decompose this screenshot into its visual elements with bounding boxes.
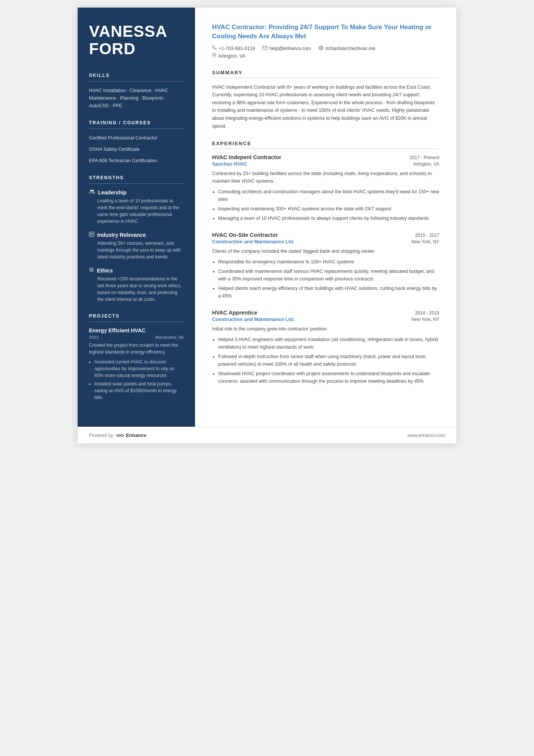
- resume-body: VANESSA FORD SKILLS HVAC Installation · …: [78, 8, 456, 427]
- project-0-year: 2022: [89, 335, 99, 340]
- strengths-section: STRENGTHS Leadership: [89, 175, 184, 303]
- resume-wrapper: VANESSA FORD SKILLS HVAC Installation · …: [78, 8, 456, 443]
- strength-leadership-desc: Leading a team of 10 professionals to me…: [89, 197, 184, 225]
- job-1-bullets: Responsible for emergency maintenance fo…: [212, 258, 439, 300]
- job-2-company-row: Construction and Maintenance Ltd. New Yo…: [212, 316, 439, 322]
- job-2-desc: Initial role in the company grew into co…: [212, 325, 439, 333]
- location-text: Arlington, VA: [218, 53, 245, 59]
- projects-title: PROJECTS: [89, 313, 184, 319]
- contact-row-1: +1-703-681-0119 help@enhancv.com: [212, 45, 439, 52]
- skills-divider: [89, 81, 184, 81]
- job-1-title: HVAC On-Site Contractor: [212, 232, 278, 238]
- job-2-company: Construction and Maintenance Ltd.: [212, 316, 294, 322]
- job-0-company-row: Sanchez HVAC Arlington, VA: [212, 161, 439, 167]
- job-0-bullet-1: Inspecting and maintaining 300+ HVAC sys…: [218, 205, 439, 213]
- strengths-divider: [89, 183, 184, 184]
- website-text: richardsanchezhvac.me: [325, 46, 375, 51]
- summary-section: SUMMARY HVAC Independent Contractor with…: [212, 70, 439, 130]
- strength-industry-desc: Attending 50+ courses, seminars, and tra…: [89, 240, 184, 260]
- job-0-bullet-2: Managing a team of 10 HVAC professionals…: [218, 214, 439, 222]
- strength-industry: Industry Relevance Attending 50+ courses…: [89, 232, 184, 260]
- strength-ethics-desc: Received +200 recommendations in the las…: [89, 275, 184, 303]
- main-content: HVAC Contractor: Providing 24/7 Support …: [195, 8, 456, 427]
- projects-section: PROJECTS Energy Efficient HVAC 2022 Alex…: [89, 313, 184, 401]
- job-1-bullet-1: Coordinated with maintenance staff vario…: [218, 268, 439, 283]
- footer-website: www.enhancv.com: [408, 433, 445, 438]
- powered-by-text: Powered by: [89, 433, 113, 438]
- strength-leadership-header: Leadership: [89, 189, 184, 196]
- job-2-bullet-2: Shadowed HVAC project coordinator with p…: [218, 370, 439, 385]
- training-title: TRAINING / COURSES: [89, 120, 184, 125]
- job-1-header: HVAC On-Site Contractor 2015 - 2017: [212, 232, 439, 238]
- experience-title: EXPERIENCE: [212, 141, 439, 146]
- job-1-company-row: Construction and Maintenance Ltd. New Yo…: [212, 239, 439, 244]
- strength-leadership-title: Leadership: [98, 189, 126, 196]
- contact-website: richardsanchezhvac.me: [319, 45, 375, 52]
- project-0-name: Energy Efficient HVAC: [89, 327, 184, 333]
- skills-title: SKILLS: [89, 73, 184, 78]
- project-0-desc: Created the project from scratch to meet…: [89, 342, 184, 355]
- brand-name: Enhancv: [126, 432, 146, 438]
- job-1-bullet-2: Helped clients reach energy efficiency o…: [218, 285, 439, 300]
- job-2-dates: 2014 - 2015: [415, 310, 439, 316]
- main-title: HVAC Contractor: Providing 24/7 Support …: [212, 23, 439, 41]
- training-divider: [89, 128, 184, 129]
- job-1-desc: Clients of the company included the stat…: [212, 247, 439, 255]
- website-icon: [319, 45, 323, 52]
- phone-text: +1-703-681-0119: [219, 46, 255, 51]
- training-items: Certified Professional Contractor OSHA S…: [89, 134, 184, 164]
- contact-email: help@enhancv.com: [262, 45, 311, 52]
- svg-point-1: [92, 190, 94, 192]
- summary-divider: [212, 78, 439, 78]
- job-1-bullet-0: Responsible for emergency maintenance fo…: [218, 258, 439, 266]
- job-0: HVAC Indepent Contractor 2017 - Present …: [212, 154, 439, 222]
- email-text: help@enhancv.com: [269, 46, 311, 51]
- job-1: HVAC On-Site Contractor 2015 - 2017 Cons…: [212, 232, 439, 300]
- job-2-bullets: Helped 3 HVAC engineers with equipment i…: [212, 336, 439, 385]
- project-0-meta: 2022 Alexandria, VA: [89, 335, 184, 340]
- skills-text: HVAC Installation · Clearance · HVAC Mai…: [89, 87, 184, 110]
- job-0-header: HVAC Indepent Contractor 2017 - Present: [212, 154, 439, 160]
- strength-industry-title: Industry Relevance: [97, 232, 146, 238]
- contact-row-2: Arlington, VA: [212, 53, 439, 59]
- job-0-dates: 2017 - Present: [409, 155, 439, 160]
- job-2-bullet-0: Helped 3 HVAC engineers with equipment i…: [218, 336, 439, 351]
- strength-ethics: Ethics Received +200 recommendations in …: [89, 267, 184, 303]
- main-header: HVAC Contractor: Providing 24/7 Support …: [212, 23, 439, 59]
- strength-ethics-header: Ethics: [89, 267, 184, 274]
- training-item-1: OSHA Safety Certificate: [89, 146, 184, 153]
- training-section: TRAINING / COURSES Certified Professiona…: [89, 120, 184, 164]
- svg-point-7: [91, 269, 92, 271]
- location-icon: [212, 53, 216, 59]
- contact-location: Arlington, VA: [212, 53, 245, 59]
- svg-point-6: [90, 268, 94, 272]
- skills-section: SKILLS HVAC Installation · Clearance · H…: [89, 73, 184, 110]
- resume-footer: Powered by Enhancv www.enhancv.com: [78, 427, 456, 443]
- phone-icon: [212, 45, 217, 51]
- job-0-company: Sanchez HVAC: [212, 161, 247, 167]
- project-bullet-1: Installed solar panels and heat pumps, s…: [94, 380, 184, 401]
- leadership-icon: [89, 189, 95, 196]
- experience-divider: [212, 149, 439, 149]
- project-0-location: Alexandria, VA: [155, 335, 184, 340]
- job-2-title: HVAC Apprentice: [212, 310, 257, 316]
- strengths-title: STRENGTHS: [89, 175, 184, 180]
- job-0-title: HVAC Indepent Contractor: [212, 154, 281, 160]
- job-2-header: HVAC Apprentice 2014 - 2015: [212, 310, 439, 316]
- summary-text: HVAC Independent Contractor with 8+ year…: [212, 83, 439, 130]
- strength-industry-header: Industry Relevance: [89, 232, 184, 238]
- project-0-bullets: Assessed current HVAC to discover opport…: [89, 358, 184, 401]
- footer-logo: Enhancv: [116, 432, 146, 438]
- strength-ethics-title: Ethics: [97, 268, 113, 274]
- experience-section: EXPERIENCE HVAC Indepent Contractor 2017…: [212, 141, 439, 385]
- svg-rect-8: [263, 46, 267, 50]
- industry-icon: [89, 232, 94, 238]
- candidate-name: VANESSA FORD: [89, 23, 184, 58]
- svg-point-0: [90, 190, 92, 192]
- footer-left: Powered by Enhancv: [89, 432, 147, 438]
- summary-title: SUMMARY: [212, 70, 439, 75]
- job-1-dates: 2015 - 2017: [415, 233, 439, 238]
- project-bullet-0: Assessed current HVAC to discover opport…: [94, 358, 184, 379]
- training-item-0: Certified Professional Contractor: [89, 134, 184, 142]
- svg-point-12: [214, 54, 215, 55]
